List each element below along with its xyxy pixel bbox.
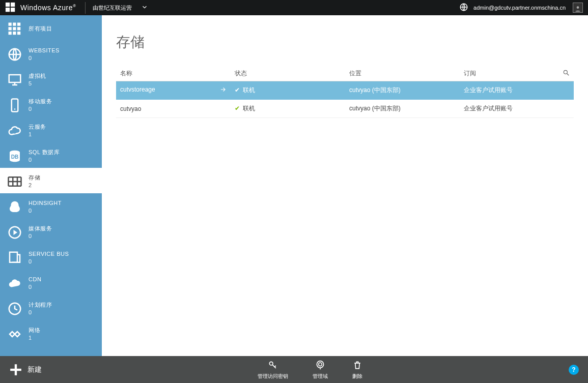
operator-label: 由世纪互联运营 (85, 2, 139, 14)
chevron-down-icon[interactable] (141, 4, 148, 12)
cmd-label: 管理访问密钥 (258, 373, 288, 380)
table-row[interactable]: cutvyao✔联机cutvyao (中国东部)企业客户试用账号 (116, 100, 574, 118)
svg-rect-6 (9, 23, 12, 26)
cmd-label: 管理域 (313, 373, 328, 380)
search-icon (563, 69, 570, 76)
sidebar-item-count: 0 (29, 208, 62, 214)
sidebar-item-count: 1 (29, 335, 40, 341)
db-icon: DB (6, 148, 23, 165)
sidebar-item-label: 所有项目 (29, 25, 52, 32)
sidebar-item-计划程序[interactable]: 计划程序0 (0, 295, 102, 320)
trash-icon (352, 360, 362, 371)
globe-icon[interactable] (459, 3, 468, 13)
main-panel: 存储 名称 状态 位置 订阅 cutvstoreage✔联机cutvyao (中… (102, 15, 588, 356)
sidebar-item-hdinsight[interactable]: HDINSIGHT0 (0, 193, 102, 219)
sidebar-item-虚拟机[interactable]: 虚拟机5 (0, 66, 102, 92)
monitor-icon (6, 71, 23, 89)
sidebar-item-cdn[interactable]: CDN0 (0, 270, 102, 295)
sidebar-item-label: SQL 数据库 (29, 149, 60, 156)
svg-rect-34 (10, 252, 17, 262)
sidebar-item-label: 存储 (29, 174, 40, 181)
cmd-trash[interactable]: 删除 (352, 360, 362, 380)
help-label: ? (572, 366, 575, 373)
sidebar-item-sql-数据库[interactable]: DBSQL 数据库0 (0, 142, 102, 168)
grid-icon (6, 20, 23, 38)
cell-status: ✔联机 (231, 81, 345, 100)
svg-line-37 (567, 74, 569, 76)
search-header[interactable] (553, 66, 574, 81)
svg-rect-1 (11, 3, 15, 7)
sidebar: 所有项目WEBSITES0虚拟机5移动服务0云服务1DBSQL 数据库0存储2H… (0, 15, 102, 356)
svg-rect-2 (6, 8, 10, 12)
hdinsight-icon (6, 198, 23, 216)
sidebar-item-存储[interactable]: 存储2 (0, 168, 102, 193)
check-icon: ✔ (235, 105, 240, 112)
sidebar-item-媒体服务[interactable]: 媒体服务0 (0, 219, 102, 244)
sidebar-item-label: WEBSITES (29, 47, 60, 54)
plus-icon (9, 363, 22, 376)
brand-mark: ® (73, 4, 76, 8)
cmd-key[interactable]: 管理访问密钥 (258, 360, 288, 380)
svg-rect-7 (13, 23, 16, 26)
svg-rect-11 (17, 27, 20, 30)
cell-name: cutvstoreage (116, 81, 231, 100)
cell-location: cutvyao (中国东部) (345, 81, 460, 100)
table-row[interactable]: cutvstoreage✔联机cutvyao (中国东部)企业客户试用账号 (116, 81, 574, 100)
sidebar-item-label: 移动服务 (29, 98, 52, 105)
sidebar-item-count: 0 (29, 258, 69, 265)
command-bar: 新建 管理访问密钥管理域删除 ? (0, 356, 588, 383)
sidebar-item-service-bus[interactable]: SERVICE BUS0 (0, 244, 102, 270)
check-icon: ✔ (235, 86, 240, 94)
svg-point-20 (14, 108, 16, 110)
cell-subscription: 企业客户试用账号 (460, 81, 574, 100)
media-icon (6, 224, 23, 241)
sidebar-item-count: 0 (29, 284, 41, 290)
sidebar-item-云服务[interactable]: 云服务1 (0, 117, 102, 142)
svg-point-41 (319, 363, 322, 366)
sidebar-item-label: 网络 (29, 327, 40, 334)
new-label: 新建 (27, 365, 42, 374)
brand-label: Windows Azure (20, 4, 73, 12)
sidebar-item-websites[interactable]: WEBSITES0 (0, 41, 102, 66)
sidebar-item-count: 0 (29, 233, 52, 240)
col-subscription[interactable]: 订阅 (460, 66, 553, 81)
sidebar-item-count: 1 (29, 131, 46, 138)
scheduler-icon (6, 300, 23, 317)
avatar[interactable] (573, 3, 583, 13)
topbar: Windows Azure® 由世纪互联运营 admin@gdcutv.part… (0, 0, 588, 15)
col-location[interactable]: 位置 (345, 66, 460, 81)
col-status[interactable]: 状态 (231, 66, 345, 81)
mobile-icon (6, 97, 23, 114)
cloud-icon (6, 122, 23, 139)
sidebar-item-label: CDN (29, 276, 41, 283)
cmd-label: 删除 (352, 373, 362, 380)
sidebar-item-label: 计划程序 (29, 302, 52, 308)
sidebar-item-网络[interactable]: 网络1 (0, 320, 102, 346)
page-title: 存储 (116, 33, 574, 52)
svg-point-40 (269, 362, 273, 365)
svg-rect-13 (13, 32, 16, 35)
storage-table: 名称 状态 位置 订阅 cutvstoreage✔联机cutvyao (中国东部… (116, 66, 574, 118)
sidebar-item-count: 0 (29, 309, 52, 316)
svg-marker-33 (14, 230, 18, 235)
new-button[interactable]: 新建 (9, 363, 42, 376)
user-email[interactable]: admin@gdcutv.partner.onmschina.cn (473, 5, 566, 11)
cell-subscription: 企业客户试用账号 (460, 100, 574, 118)
svg-rect-39 (10, 368, 21, 370)
cmd-domain[interactable]: 管理域 (313, 360, 328, 380)
sidebar-item-label: 媒体服务 (29, 225, 52, 232)
sidebar-item-label: 云服务 (29, 124, 46, 130)
cell-status: ✔联机 (231, 100, 345, 118)
domain-icon (315, 360, 325, 371)
col-name[interactable]: 名称 (116, 66, 231, 81)
table-icon (6, 173, 23, 190)
cdn-icon (6, 275, 23, 292)
arrow-right-icon[interactable] (219, 86, 227, 95)
sidebar-item-移动服务[interactable]: 移动服务0 (0, 92, 102, 117)
svg-rect-16 (9, 75, 21, 82)
svg-point-36 (564, 70, 567, 74)
svg-rect-8 (17, 23, 20, 26)
svg-rect-12 (9, 32, 12, 35)
help-button[interactable]: ? (569, 365, 579, 375)
sidebar-item-所有项目[interactable]: 所有项目 (0, 15, 102, 41)
